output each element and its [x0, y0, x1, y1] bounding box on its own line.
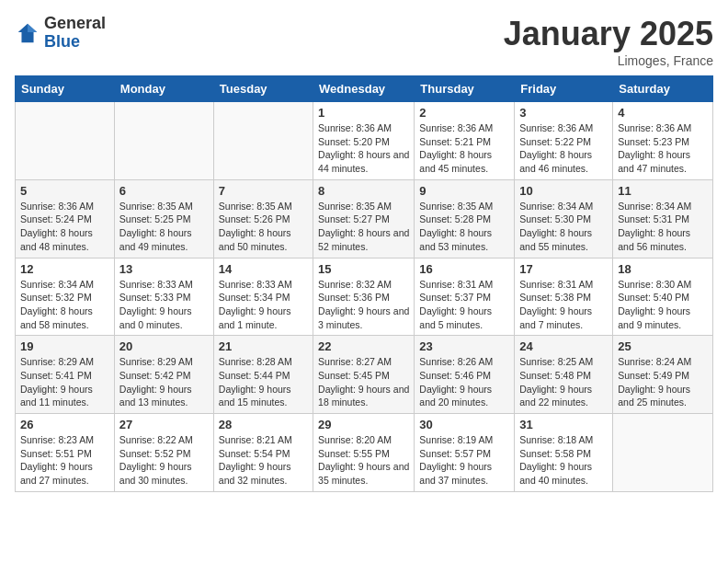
day-of-week-header: Saturday — [613, 76, 713, 102]
day-info: Sunrise: 8:34 AM Sunset: 5:30 PM Dayligh… — [519, 200, 608, 254]
calendar-cell: 2Sunrise: 8:36 AM Sunset: 5:21 PM Daylig… — [415, 102, 515, 180]
logo-icon — [15, 20, 40, 46]
day-of-week-header: Wednesday — [313, 76, 415, 102]
day-info: Sunrise: 8:31 AM Sunset: 5:37 PM Dayligh… — [419, 278, 509, 332]
day-info: Sunrise: 8:35 AM Sunset: 5:28 PM Dayligh… — [419, 200, 509, 254]
day-info: Sunrise: 8:29 AM Sunset: 5:41 PM Dayligh… — [20, 355, 109, 409]
calendar-cell: 16Sunrise: 8:31 AM Sunset: 5:37 PM Dayli… — [415, 258, 515, 336]
calendar-cell — [613, 414, 713, 492]
calendar-cell: 3Sunrise: 8:36 AM Sunset: 5:22 PM Daylig… — [515, 102, 613, 180]
day-of-week-header: Thursday — [415, 76, 515, 102]
day-info: Sunrise: 8:36 AM Sunset: 5:24 PM Dayligh… — [20, 200, 109, 254]
calendar-cell: 5Sunrise: 8:36 AM Sunset: 5:24 PM Daylig… — [16, 179, 115, 258]
calendar-cell: 10Sunrise: 8:34 AM Sunset: 5:30 PM Dayli… — [515, 179, 613, 258]
day-info: Sunrise: 8:35 AM Sunset: 5:26 PM Dayligh… — [219, 200, 308, 254]
day-number: 19 — [20, 339, 109, 353]
title-block: January 2025 Limoges, France — [504, 15, 713, 68]
day-number: 17 — [519, 262, 608, 276]
day-number: 23 — [419, 339, 509, 353]
calendar-week-row: 1Sunrise: 8:36 AM Sunset: 5:20 PM Daylig… — [16, 102, 713, 180]
day-number: 24 — [519, 339, 608, 353]
day-of-week-header: Sunday — [16, 76, 115, 102]
day-number: 14 — [219, 262, 308, 276]
calendar-week-row: 5Sunrise: 8:36 AM Sunset: 5:24 PM Daylig… — [16, 179, 713, 258]
day-info: Sunrise: 8:24 AM Sunset: 5:49 PM Dayligh… — [618, 355, 708, 409]
day-info: Sunrise: 8:33 AM Sunset: 5:34 PM Dayligh… — [219, 278, 308, 332]
day-number: 6 — [119, 184, 209, 198]
calendar-cell: 4Sunrise: 8:36 AM Sunset: 5:23 PM Daylig… — [613, 102, 713, 180]
calendar-week-row: 19Sunrise: 8:29 AM Sunset: 5:41 PM Dayli… — [16, 336, 713, 414]
calendar-cell: 28Sunrise: 8:21 AM Sunset: 5:54 PM Dayli… — [213, 414, 313, 492]
calendar-cell: 23Sunrise: 8:26 AM Sunset: 5:46 PM Dayli… — [415, 336, 515, 414]
day-number: 30 — [419, 418, 509, 431]
day-info: Sunrise: 8:35 AM Sunset: 5:27 PM Dayligh… — [318, 200, 409, 254]
svg-marker-1 — [28, 24, 37, 32]
day-info: Sunrise: 8:36 AM Sunset: 5:23 PM Dayligh… — [618, 121, 708, 176]
calendar-cell: 8Sunrise: 8:35 AM Sunset: 5:27 PM Daylig… — [313, 179, 415, 258]
day-number: 11 — [618, 184, 708, 198]
calendar-cell: 17Sunrise: 8:31 AM Sunset: 5:38 PM Dayli… — [515, 258, 613, 336]
calendar-cell: 15Sunrise: 8:32 AM Sunset: 5:36 PM Dayli… — [313, 258, 415, 336]
day-info: Sunrise: 8:34 AM Sunset: 5:32 PM Dayligh… — [20, 278, 109, 332]
day-number: 1 — [318, 106, 409, 120]
day-number: 13 — [119, 262, 209, 276]
day-info: Sunrise: 8:20 AM Sunset: 5:55 PM Dayligh… — [318, 433, 409, 488]
calendar-cell — [114, 102, 213, 180]
calendar-cell: 24Sunrise: 8:25 AM Sunset: 5:48 PM Dayli… — [515, 336, 613, 414]
day-number: 25 — [618, 339, 708, 353]
calendar-cell: 30Sunrise: 8:19 AM Sunset: 5:57 PM Dayli… — [415, 414, 515, 492]
calendar-header-row: SundayMondayTuesdayWednesdayThursdayFrid… — [16, 76, 713, 102]
day-info: Sunrise: 8:28 AM Sunset: 5:44 PM Dayligh… — [219, 355, 308, 409]
day-info: Sunrise: 8:32 AM Sunset: 5:36 PM Dayligh… — [318, 278, 409, 332]
calendar-table: SundayMondayTuesdayWednesdayThursdayFrid… — [15, 75, 713, 492]
logo-blue-text: Blue — [44, 33, 106, 52]
day-number: 18 — [618, 262, 708, 276]
day-number: 28 — [219, 418, 308, 431]
calendar-cell: 12Sunrise: 8:34 AM Sunset: 5:32 PM Dayli… — [16, 258, 115, 336]
day-info: Sunrise: 8:34 AM Sunset: 5:31 PM Dayligh… — [618, 200, 708, 254]
day-info: Sunrise: 8:31 AM Sunset: 5:38 PM Dayligh… — [519, 278, 608, 332]
calendar-cell — [16, 102, 115, 180]
day-info: Sunrise: 8:33 AM Sunset: 5:33 PM Dayligh… — [119, 278, 209, 332]
calendar-week-row: 12Sunrise: 8:34 AM Sunset: 5:32 PM Dayli… — [16, 258, 713, 336]
calendar-week-row: 26Sunrise: 8:23 AM Sunset: 5:51 PM Dayli… — [16, 414, 713, 492]
day-number: 3 — [519, 106, 608, 120]
page-header: General Blue January 2025 Limoges, Franc… — [15, 15, 713, 68]
logo: General Blue — [15, 15, 106, 52]
day-info: Sunrise: 8:30 AM Sunset: 5:40 PM Dayligh… — [618, 278, 708, 332]
calendar-cell: 19Sunrise: 8:29 AM Sunset: 5:41 PM Dayli… — [16, 336, 115, 414]
calendar-cell: 11Sunrise: 8:34 AM Sunset: 5:31 PM Dayli… — [613, 179, 713, 258]
day-number: 16 — [419, 262, 509, 276]
day-info: Sunrise: 8:25 AM Sunset: 5:48 PM Dayligh… — [519, 355, 608, 409]
day-info: Sunrise: 8:21 AM Sunset: 5:54 PM Dayligh… — [219, 433, 308, 488]
day-info: Sunrise: 8:27 AM Sunset: 5:45 PM Dayligh… — [318, 355, 409, 409]
calendar-cell: 22Sunrise: 8:27 AM Sunset: 5:45 PM Dayli… — [313, 336, 415, 414]
day-info: Sunrise: 8:22 AM Sunset: 5:52 PM Dayligh… — [119, 433, 209, 488]
day-info: Sunrise: 8:36 AM Sunset: 5:22 PM Dayligh… — [519, 121, 608, 176]
calendar-cell: 14Sunrise: 8:33 AM Sunset: 5:34 PM Dayli… — [213, 258, 313, 336]
day-number: 7 — [219, 184, 308, 198]
month-title: January 2025 — [504, 15, 713, 53]
day-number: 22 — [318, 339, 409, 353]
day-number: 31 — [519, 418, 608, 431]
day-number: 26 — [20, 418, 109, 431]
calendar-cell: 29Sunrise: 8:20 AM Sunset: 5:55 PM Dayli… — [313, 414, 415, 492]
calendar-cell: 26Sunrise: 8:23 AM Sunset: 5:51 PM Dayli… — [16, 414, 115, 492]
calendar-cell — [213, 102, 313, 180]
day-number: 27 — [119, 418, 209, 431]
calendar-cell: 13Sunrise: 8:33 AM Sunset: 5:33 PM Dayli… — [114, 258, 213, 336]
logo-general-text: General — [44, 15, 106, 33]
day-info: Sunrise: 8:19 AM Sunset: 5:57 PM Dayligh… — [419, 433, 509, 488]
day-number: 9 — [419, 184, 509, 198]
day-number: 21 — [219, 339, 308, 353]
calendar-cell: 20Sunrise: 8:29 AM Sunset: 5:42 PM Dayli… — [114, 336, 213, 414]
day-number: 15 — [318, 262, 409, 276]
day-number: 12 — [20, 262, 109, 276]
calendar-cell: 18Sunrise: 8:30 AM Sunset: 5:40 PM Dayli… — [613, 258, 713, 336]
day-info: Sunrise: 8:23 AM Sunset: 5:51 PM Dayligh… — [20, 433, 109, 488]
day-info: Sunrise: 8:18 AM Sunset: 5:58 PM Dayligh… — [519, 433, 608, 488]
day-number: 5 — [20, 184, 109, 198]
day-number: 29 — [318, 418, 409, 431]
day-info: Sunrise: 8:26 AM Sunset: 5:46 PM Dayligh… — [419, 355, 509, 409]
calendar-cell: 21Sunrise: 8:28 AM Sunset: 5:44 PM Dayli… — [213, 336, 313, 414]
